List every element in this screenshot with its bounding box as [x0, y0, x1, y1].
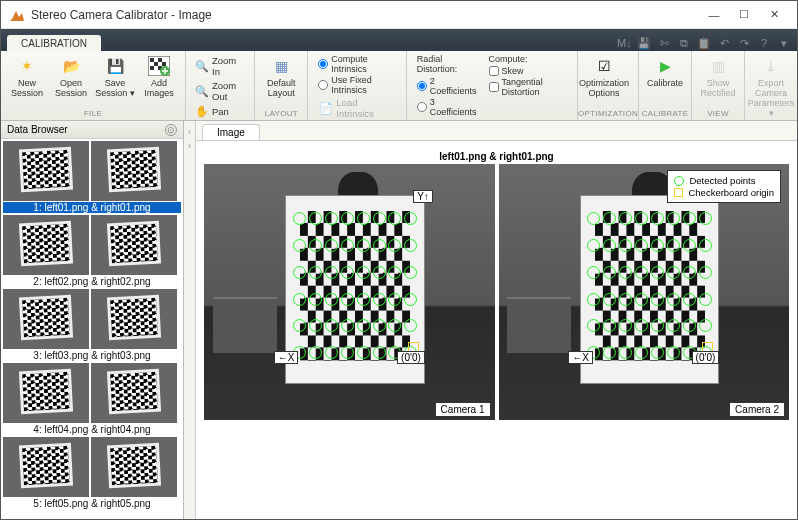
pan-icon: ✋ [196, 105, 208, 117]
group-optimization: ☑ Optimization Options OPTIMIZATION [578, 51, 639, 120]
axis-x-label: ←X [568, 351, 593, 364]
layout-icon: ▦ [268, 55, 294, 77]
default-layout-button[interactable]: ▦ Default Layout [259, 53, 303, 99]
menu-icon[interactable]: ▾ [777, 37, 791, 51]
image-pair-caption: 2: left02.png & right02.png [3, 276, 181, 287]
gutter: ‹› [184, 121, 196, 519]
svg-rect-1 [150, 58, 154, 62]
maximize-button[interactable]: ☐ [729, 4, 759, 26]
image-pair-caption: 5: left05.png & right05.png [3, 498, 181, 509]
undo-icon[interactable]: ↶ [717, 37, 731, 51]
options-icon: ☑ [591, 55, 617, 77]
image-tab[interactable]: Image [202, 124, 260, 140]
load-intrinsics-button: 📄Load Intrinsics [318, 96, 395, 120]
camera1-label: Camera 1 [435, 402, 491, 417]
group-file: ✶ New Session 📂 Open Session 💾 Save Sess… [1, 51, 186, 120]
pan-button[interactable]: ✋Pan [194, 104, 246, 118]
zoom-out-button[interactable]: 🔍Zoom Out [194, 79, 246, 103]
radial-2coeff-radio[interactable]: 2 Coefficients [417, 76, 477, 96]
new-session-icon: ✶ [14, 55, 40, 77]
camera2-label: Camera 2 [729, 402, 785, 417]
export-icon: ⤓ [758, 55, 784, 77]
qat-icon[interactable]: M↓ [617, 37, 631, 51]
image-pair-item[interactable]: 2: left02.png & right02.png [3, 215, 181, 287]
show-rectified-button: ▥ Show Rectified [696, 53, 740, 99]
image-pair-title: left01.png & right01.png [204, 151, 789, 162]
body-area: Data Browser ⊙ 1: left01.png & right01.p… [1, 121, 797, 519]
image-pair-item[interactable]: 5: left05.png & right05.png [3, 437, 181, 509]
load-icon: 📄 [320, 102, 332, 114]
skew-checkbox[interactable]: Skew [489, 66, 568, 76]
image-pair-caption: 4: left04.png & right04.png [3, 424, 181, 435]
group-intrinsics: Compute Intrinsics Use Fixed Intrinsics … [308, 51, 406, 120]
zoom-out-icon: 🔍 [196, 85, 208, 97]
data-browser-panel: Data Browser ⊙ 1: left01.png & right01.p… [1, 121, 184, 519]
calibrate-button[interactable]: ▶ Calibrate [643, 53, 687, 89]
toolstrip: ✶ New Session 📂 Open Session 💾 Save Sess… [1, 51, 797, 121]
tangential-checkbox[interactable]: Tangential Distortion [489, 77, 568, 97]
data-browser-title: Data Browser [7, 124, 165, 135]
add-images-button[interactable]: Add Images [137, 53, 181, 99]
image-pair-list[interactable]: 1: left01.png & right01.png2: left02.png… [1, 139, 183, 519]
save-icon[interactable]: 💾 [637, 37, 651, 51]
close-button[interactable]: ✕ [759, 4, 789, 26]
minimize-button[interactable]: — [699, 4, 729, 26]
group-export: ⤓ Export Camera Parameters ▾ EXPORT [745, 51, 797, 120]
origin-swatch-icon [674, 188, 683, 197]
radial-3coeff-radio[interactable]: 3 Coefficients [417, 97, 477, 117]
svg-rect-5 [150, 66, 154, 70]
data-browser-dock-icon[interactable]: ⊙ [165, 124, 177, 136]
compute-intrinsics-radio[interactable]: Compute Intrinsics [318, 54, 395, 74]
titlebar: Stereo Camera Calibrator - Image — ☐ ✕ [1, 1, 797, 29]
save-session-button[interactable]: 💾 Save Session ▾ [93, 53, 137, 99]
fixed-intrinsics-radio[interactable]: Use Fixed Intrinsics [318, 75, 395, 95]
cut-icon[interactable]: ✄ [657, 37, 671, 51]
group-view: ▥ Show Rectified VIEW [692, 51, 745, 120]
new-session-button[interactable]: ✶ New Session [5, 53, 49, 99]
svg-rect-4 [162, 62, 166, 66]
optimization-options-button[interactable]: ☑ Optimization Options [582, 53, 626, 99]
detected-points-overlay [586, 205, 714, 366]
image-panel: Image left01.png & right01.png Detected … [196, 121, 797, 519]
detected-points-swatch-icon [674, 176, 684, 186]
zoom-in-icon: 🔍 [196, 60, 208, 72]
save-icon: 💾 [102, 55, 128, 77]
axis-origin-label: (0'0) [397, 351, 425, 364]
image-figure: Detected points Checkerboard origin ←X Y… [204, 164, 789, 420]
open-folder-icon: 📂 [58, 55, 84, 77]
paste-icon[interactable]: 📋 [697, 37, 711, 51]
group-zoom: 🔍Zoom In 🔍Zoom Out ✋Pan ZOOM [186, 51, 255, 120]
svg-rect-2 [158, 58, 162, 62]
image-pair-item[interactable]: 4: left04.png & right04.png [3, 363, 181, 435]
image-pair-item[interactable]: 3: left03.png & right03.png [3, 289, 181, 361]
axis-origin-label: (0'0) [692, 351, 720, 364]
group-calibrate: ▶ Calibrate CALIBRATE [639, 51, 692, 120]
image-pair-caption: 3: left03.png & right03.png [3, 350, 181, 361]
svg-rect-3 [154, 62, 158, 66]
copy-icon[interactable]: ⧉ [677, 37, 691, 51]
legend: Detected points Checkerboard origin [667, 170, 781, 203]
group-caption: FILE [1, 108, 185, 120]
group-options: Radial Distortion: 2 Coefficients 3 Coef… [407, 51, 578, 120]
export-camera-button: ⤓ Export Camera Parameters ▾ [749, 53, 793, 119]
detected-points-overlay [291, 205, 419, 366]
tab-calibration[interactable]: CALIBRATION [7, 35, 101, 51]
matlab-logo-icon [9, 7, 25, 23]
group-layout: ▦ Default Layout LAYOUT [255, 51, 308, 120]
redo-icon[interactable]: ↷ [737, 37, 751, 51]
image-pair-caption: 1: left01.png & right01.png [3, 202, 181, 213]
camera1-view[interactable]: ←X Y↑ (0'0) Camera 1 [204, 164, 495, 420]
help-icon[interactable]: ? [757, 37, 771, 51]
window-title: Stereo Camera Calibrator - Image [31, 8, 699, 22]
ribbon-tab-row: CALIBRATION M↓ 💾 ✄ ⧉ 📋 ↶ ↷ ? ▾ [1, 29, 797, 51]
zoom-in-button[interactable]: 🔍Zoom In [194, 54, 246, 78]
play-icon: ▶ [652, 55, 678, 77]
open-session-button[interactable]: 📂 Open Session [49, 53, 93, 99]
axis-y-label: Y↑ [413, 190, 433, 203]
quick-access-toolbar: M↓ 💾 ✄ ⧉ 📋 ↶ ↷ ? ▾ [617, 37, 797, 51]
image-pair-item[interactable]: 1: left01.png & right01.png [3, 141, 181, 213]
axis-x-label: ←X [274, 351, 299, 364]
rectified-icon: ▥ [705, 55, 731, 77]
checkerboard-add-icon [146, 55, 172, 77]
